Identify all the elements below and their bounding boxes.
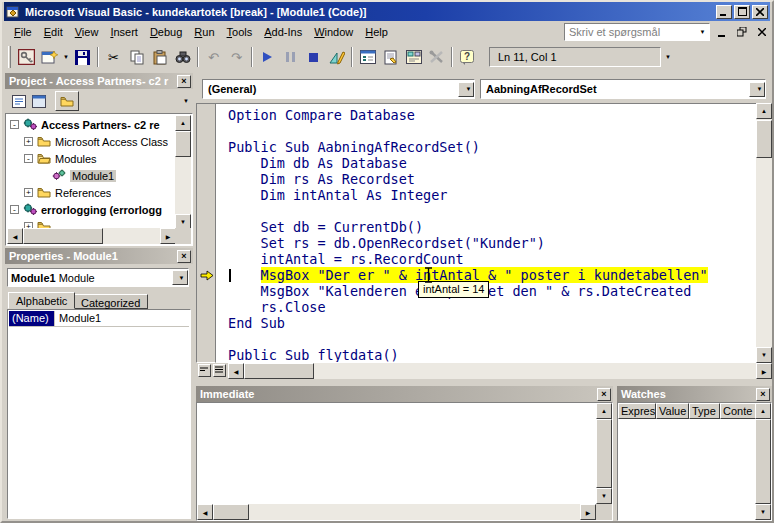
tree-item-project-errorlogging[interactable]: - errorlogging (errorlogg (10, 201, 162, 218)
cursor-position-box[interactable]: Ln 11, Col 1 (489, 47, 661, 67)
immediate-panel-header[interactable]: Immediate × (196, 386, 613, 402)
menu-file[interactable]: File (8, 23, 38, 41)
properties-window-button[interactable] (379, 46, 402, 68)
code-line[interactable]: intAntal = rs.RecordCount (228, 251, 708, 267)
code-line[interactable]: Set db = CurrentDb() (228, 219, 708, 235)
property-value-cell[interactable]: Module1 (55, 311, 105, 326)
properties-grid[interactable]: (Name) Module1 (7, 309, 191, 519)
tab-categorized[interactable]: Categorized (73, 294, 148, 309)
tree-item-access-class[interactable]: + Microsoft Access Class (24, 133, 168, 150)
collapse-icon[interactable]: - (10, 120, 19, 129)
menu-tools[interactable]: Tools (221, 23, 259, 41)
code-line[interactable]: Public Sub AabningAfRecordSet() (228, 139, 708, 155)
project-vscroll-thumb[interactable] (175, 131, 191, 157)
ask-question-combobox[interactable]: Skriv et spørgsmål ▼ (564, 23, 710, 41)
object-dropdown[interactable]: (General) ▼ (202, 79, 475, 99)
close-button[interactable] (752, 5, 768, 19)
code-line[interactable] (228, 331, 708, 347)
undo-button[interactable]: ↶ (202, 46, 225, 68)
full-module-view-button[interactable] (213, 364, 226, 377)
insert-dropdown-icon[interactable]: ▼ (61, 46, 71, 68)
immediate-vscroll-thumb[interactable] (596, 419, 612, 488)
break-button[interactable] (279, 46, 302, 68)
menu-view[interactable]: View (69, 23, 105, 41)
design-mode-button[interactable] (325, 46, 348, 68)
scroll-down-icon[interactable]: ▼ (755, 504, 771, 520)
menu-insert[interactable]: Insert (104, 23, 144, 41)
collapse-icon[interactable]: - (24, 154, 33, 163)
scroll-right-icon[interactable]: ▶ (160, 228, 176, 244)
menu-edit[interactable]: Edit (38, 23, 69, 41)
watches-close-icon[interactable]: × (756, 388, 770, 401)
tree-item-references[interactable]: + References (24, 184, 111, 201)
code-line[interactable]: Dim intAntal As Integer (228, 187, 708, 203)
maximize-button[interactable] (734, 5, 750, 19)
immediate-close-icon[interactable]: × (597, 388, 611, 401)
code-hscroll-thumb[interactable] (244, 363, 314, 379)
scroll-down-icon[interactable]: ▼ (596, 488, 612, 504)
menu-run[interactable]: Run (188, 23, 220, 41)
properties-close-icon[interactable]: × (177, 250, 191, 263)
view-code-button[interactable] (9, 92, 29, 110)
toolbox-button[interactable] (425, 46, 448, 68)
tree-item-modules[interactable]: - Modules (24, 150, 97, 167)
code-line[interactable]: End Sub (228, 315, 708, 331)
watches-vscroll-thumb[interactable] (755, 419, 771, 504)
tab-alphabetic[interactable]: Alphabetic (8, 292, 75, 309)
expand-icon[interactable]: + (24, 188, 33, 197)
scroll-up-icon[interactable]: ▲ (175, 115, 191, 131)
project-close-icon[interactable]: × (177, 75, 191, 88)
code-text-area[interactable]: Option Compare Database Public Sub Aabni… (216, 103, 756, 363)
chevron-down-icon[interactable]: ▼ (749, 82, 765, 97)
watches-col-type[interactable]: Type (689, 403, 720, 419)
mdi-restore-button[interactable] (733, 24, 750, 40)
immediate-hscrollbar[interactable] (197, 504, 596, 520)
property-row[interactable]: (Name) Module1 (9, 311, 189, 327)
scroll-down-icon[interactable]: ▼ (756, 347, 772, 363)
scroll-right-icon[interactable]: ▶ (580, 504, 596, 520)
properties-object-combobox[interactable]: Module1 Module ▼ (7, 268, 189, 287)
procedure-view-button[interactable] (198, 364, 211, 377)
code-line[interactable]: Public Sub flytdata() (228, 347, 708, 363)
menu-help[interactable]: Help (359, 23, 394, 41)
code-line[interactable]: Dim rs As Recordset (228, 171, 708, 187)
procedure-dropdown[interactable]: AabningAfRecordSet ▼ (480, 79, 766, 99)
view-host-app-button[interactable] (15, 46, 38, 68)
scroll-up-icon[interactable]: ▲ (596, 403, 612, 419)
code-line[interactable]: Set rs = db.OpenRecordset("Kunder") (228, 235, 708, 251)
property-name-cell[interactable]: (Name) (9, 311, 55, 326)
project-panel-header[interactable]: Project - Access Partners- c2 r × (5, 73, 193, 89)
mdi-minimize-button[interactable] (713, 24, 730, 40)
view-object-button[interactable] (29, 92, 49, 110)
scroll-left-icon[interactable]: ◀ (228, 363, 244, 379)
code-vscroll-thumb[interactable] (756, 120, 772, 158)
watches-list[interactable] (617, 402, 772, 521)
immediate-hscroll-thumb[interactable] (213, 504, 249, 520)
expand-icon[interactable]: + (24, 137, 33, 146)
chevron-down-icon[interactable]: ▼ (696, 24, 709, 40)
scroll-left-icon[interactable]: ◀ (7, 228, 23, 244)
scroll-up-icon[interactable]: ▲ (756, 103, 772, 119)
project-tree[interactable]: - Access Partners- c2 re + Microsoft Acc… (5, 113, 193, 246)
watches-panel-header[interactable]: Watches × (617, 386, 772, 402)
cut-button[interactable]: ✂ (102, 46, 125, 68)
insert-module-button[interactable] (38, 46, 61, 68)
toolbar-options-icon[interactable]: ▼ (661, 47, 675, 67)
help-button[interactable]: ? (456, 46, 479, 68)
reset-button[interactable] (302, 46, 325, 68)
minimize-button[interactable] (716, 5, 732, 19)
redo-button[interactable]: ↷ (225, 46, 248, 68)
tree-item-module1[interactable]: Module1 (52, 167, 116, 184)
menu-window[interactable]: Window (308, 23, 359, 41)
margin-indicator-bar[interactable] (196, 103, 216, 363)
menu-addins[interactable]: Add-Ins (258, 23, 308, 41)
scroll-left-icon[interactable]: ◀ (197, 504, 213, 520)
menu-debug[interactable]: Debug (144, 23, 188, 41)
save-button[interactable] (71, 46, 94, 68)
find-button[interactable] (171, 46, 194, 68)
project-explorer-button[interactable] (356, 46, 379, 68)
watches-col-value[interactable]: Value (656, 403, 689, 419)
code-editor[interactable]: Option Compare Database Public Sub Aabni… (196, 103, 772, 363)
watches-col-context[interactable]: Conte (720, 403, 756, 419)
scroll-right-icon[interactable]: ▶ (756, 363, 772, 379)
